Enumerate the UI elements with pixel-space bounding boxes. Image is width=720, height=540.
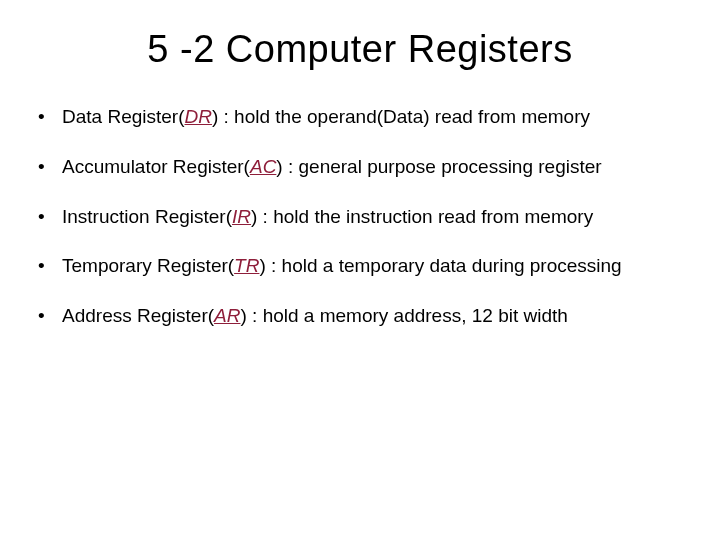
- bullet-post: ) : hold a temporary data during process…: [259, 255, 621, 276]
- bullet-text: Accumulator Register(AC) : general purpo…: [62, 155, 684, 179]
- bullet-pre: Instruction Register(: [62, 206, 232, 227]
- register-abbr: TR: [234, 255, 259, 276]
- bullet-post: ) : hold the instruction read from memor…: [251, 206, 593, 227]
- bullet-text: Instruction Register(IR) : hold the inst…: [62, 205, 684, 229]
- bullet-post: ) : hold the operand(Data) read from mem…: [212, 106, 590, 127]
- register-abbr: AR: [214, 305, 240, 326]
- bullet-icon: •: [36, 254, 62, 278]
- register-abbr: IR: [232, 206, 251, 227]
- bullet-post: ) : hold a memory address, 12 bit width: [240, 305, 567, 326]
- list-item: • Accumulator Register(AC) : general pur…: [36, 155, 684, 179]
- bullet-icon: •: [36, 105, 62, 129]
- slide: 5 -2 Computer Registers • Data Register(…: [0, 0, 720, 540]
- list-item: • Data Register(DR) : hold the operand(D…: [36, 105, 684, 129]
- bullet-text: Data Register(DR) : hold the operand(Dat…: [62, 105, 684, 129]
- bullet-icon: •: [36, 155, 62, 179]
- register-abbr: DR: [185, 106, 212, 127]
- bullet-pre: Temporary Register(: [62, 255, 234, 276]
- bullet-icon: •: [36, 205, 62, 229]
- slide-title: 5 -2 Computer Registers: [0, 0, 720, 79]
- bullet-post: ) : general purpose processing register: [276, 156, 601, 177]
- bullet-icon: •: [36, 304, 62, 328]
- bullet-pre: Accumulator Register(: [62, 156, 250, 177]
- register-abbr: AC: [250, 156, 276, 177]
- bullet-text: Temporary Register(TR) : hold a temporar…: [62, 254, 684, 278]
- list-item: • Temporary Register(TR) : hold a tempor…: [36, 254, 684, 278]
- list-item: • Instruction Register(IR) : hold the in…: [36, 205, 684, 229]
- bullet-text: Address Register(AR) : hold a memory add…: [62, 304, 684, 328]
- list-item: • Address Register(AR) : hold a memory a…: [36, 304, 684, 328]
- bullet-pre: Data Register(: [62, 106, 185, 127]
- bullet-pre: Address Register(: [62, 305, 214, 326]
- content-area: • Data Register(DR) : hold the operand(D…: [0, 79, 720, 328]
